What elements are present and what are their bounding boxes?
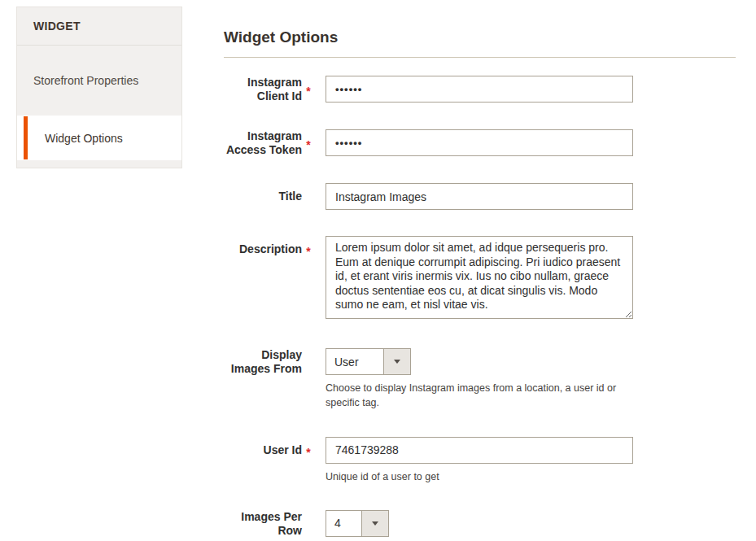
- field-description: Description * Lorem ipsum dolor sit amet…: [224, 236, 736, 322]
- field-user-id: User Id * Unique id of a user to get: [224, 437, 736, 484]
- required-asterisk: [302, 348, 315, 375]
- instagram-access-token-label: Instagram Access Token: [224, 129, 302, 157]
- field-instagram-access-token: Instagram Access Token *: [224, 129, 736, 157]
- sidebar-item-label: Storefront Properties: [33, 74, 138, 87]
- required-asterisk: *: [302, 236, 315, 263]
- required-asterisk: *: [302, 437, 315, 464]
- required-asterisk: [302, 510, 315, 537]
- title-divider: [224, 57, 736, 58]
- select-selected-value: User: [326, 349, 383, 374]
- field-instagram-client-id: Instagram Client Id *: [224, 76, 736, 103]
- page-title: Widget Options: [224, 29, 736, 45]
- select-selected-value: 4: [326, 511, 361, 536]
- display-images-from-note: Choose to display Instagram images from …: [326, 381, 633, 410]
- field-display-images-from: Display Images From User Choose to displ…: [224, 348, 736, 410]
- dropdown-arrow-icon: [394, 360, 400, 364]
- title-input[interactable]: [326, 183, 633, 210]
- user-id-note: Unique id of a user to get: [326, 469, 633, 484]
- instagram-client-id-input[interactable]: [326, 76, 633, 103]
- images-per-row-label: Images Per Row: [224, 510, 302, 538]
- description-textarea[interactable]: Lorem ipsum dolor sit amet, ad idque per…: [326, 236, 633, 319]
- description-label: Description: [224, 236, 302, 263]
- instagram-access-token-input[interactable]: [326, 129, 633, 156]
- required-asterisk: *: [302, 76, 315, 103]
- field-title: Title: [224, 183, 736, 210]
- widget-options-panel: Widget Options Instagram Client Id * Ins…: [224, 29, 736, 541]
- field-images-per-row: Images Per Row 4: [224, 510, 736, 538]
- dropdown-arrow-button[interactable]: [383, 349, 410, 374]
- dropdown-arrow-button[interactable]: [361, 511, 388, 536]
- sidebar-item-label: Widget Options: [45, 132, 123, 145]
- display-images-from-label: Display Images From: [224, 348, 302, 376]
- user-id-label: User Id: [224, 437, 302, 464]
- sidebar-item-storefront-properties[interactable]: Storefront Properties: [17, 46, 181, 116]
- user-id-input[interactable]: [326, 437, 633, 464]
- active-tab-indicator: [24, 116, 28, 159]
- dropdown-arrow-icon: [372, 521, 378, 526]
- instagram-client-id-label: Instagram Client Id: [224, 76, 302, 103]
- required-asterisk: [302, 183, 315, 210]
- images-per-row-select[interactable]: 4: [326, 510, 389, 537]
- widget-nav-sidebar: WIDGET Storefront Properties Widget Opti…: [16, 7, 182, 168]
- required-asterisk: *: [302, 129, 315, 156]
- sidebar-header: WIDGET: [17, 7, 181, 46]
- title-label: Title: [224, 183, 302, 210]
- display-images-from-select[interactable]: User: [326, 348, 411, 375]
- sidebar-item-widget-options[interactable]: Widget Options: [17, 116, 181, 160]
- sidebar-header-label: WIDGET: [33, 20, 81, 33]
